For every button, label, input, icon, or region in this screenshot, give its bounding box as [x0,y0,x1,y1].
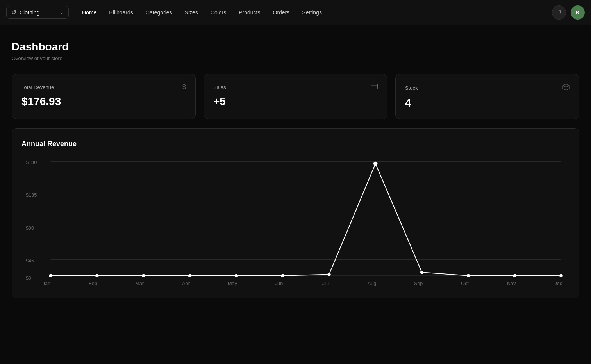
nav-links: Home Billboards Categories Sizes Colors … [77,6,552,19]
stat-label-revenue: Total Revenue [21,84,54,90]
nav-orders[interactable]: Orders [268,6,295,19]
main-content: Dashboard Overview of your store Total R… [0,25,591,314]
avatar-label: K [576,9,580,16]
page-title: Dashboard [12,41,579,53]
svg-text:$0: $0 [26,275,31,281]
user-avatar[interactable]: K [571,5,585,20]
nav-products[interactable]: Products [233,6,266,19]
stat-card-header-sales: Sales [213,84,378,91]
svg-text:Nov: Nov [507,280,516,286]
svg-point-17 [235,274,238,278]
svg-point-13 [49,274,52,278]
nav-categories[interactable]: Categories [140,6,178,19]
box-icon [562,84,570,92]
svg-text:Sep: Sep [414,280,423,286]
dollar-icon: $ [182,84,186,91]
page-subtitle: Overview of your store [12,55,579,61]
chart-area: $180 $135 $90 $45 $0 [21,157,570,290]
svg-text:Apr: Apr [182,280,190,286]
stat-card-sales: Sales +5 [204,74,387,119]
stat-card-revenue: Total Revenue $ $176.93 [12,74,196,119]
navbar: ↺ Clothing ⌄ Home Billboards Categories … [0,0,591,25]
nav-sizes[interactable]: Sizes [179,6,204,19]
svg-text:Aug: Aug [368,280,377,286]
svg-point-14 [95,274,99,278]
svg-point-22 [467,274,470,278]
nav-right: ☽ K [552,5,585,20]
svg-text:$45: $45 [26,258,34,264]
svg-point-24 [559,274,563,278]
store-name: Clothing [20,9,39,16]
moon-icon: ☽ [556,9,562,16]
svg-point-18 [281,274,284,278]
svg-text:Mar: Mar [135,280,144,286]
svg-point-15 [142,274,145,278]
svg-text:$90: $90 [26,225,34,231]
stat-card-stock: Stock 4 [395,74,579,119]
sales-icon [371,84,378,91]
svg-point-23 [513,274,516,278]
nav-settings[interactable]: Settings [296,6,327,19]
svg-text:Jul: Jul [322,280,329,286]
stat-value-revenue: $176.93 [21,95,186,108]
svg-text:Feb: Feb [89,280,97,286]
store-selector[interactable]: ↺ Clothing ⌄ [6,6,69,19]
svg-text:Jun: Jun [275,280,283,286]
theme-toggle-button[interactable]: ☽ [552,5,566,20]
svg-text:$135: $135 [26,192,37,198]
svg-point-16 [188,274,192,278]
stat-cards: Total Revenue $ $176.93 Sales +5 Stock [12,74,579,119]
svg-point-19 [327,273,331,276]
stat-value-sales: +5 [213,95,378,108]
stat-card-header-stock: Stock [405,84,570,92]
chart-title: Annual Revenue [21,140,570,148]
svg-text:May: May [228,280,237,286]
chevron-down-icon: ⌄ [60,10,64,15]
svg-point-21 [420,271,424,274]
svg-text:$180: $180 [26,159,37,165]
svg-point-20 [373,162,378,166]
stat-label-stock: Stock [405,85,418,91]
stat-card-header: Total Revenue $ [21,84,186,91]
store-icon: ↺ [11,9,16,16]
stat-value-stock: 4 [405,97,570,109]
stat-label-sales: Sales [213,84,226,90]
revenue-chart: $180 $135 $90 $45 $0 [21,157,570,290]
svg-text:Oct: Oct [461,280,469,286]
svg-rect-0 [371,84,378,89]
nav-billboards[interactable]: Billboards [104,6,138,19]
chart-card: Annual Revenue $180 $135 $90 $45 $0 [12,128,579,298]
nav-home[interactable]: Home [77,6,102,19]
nav-colors[interactable]: Colors [205,6,232,19]
svg-text:Jan: Jan [43,280,51,286]
svg-text:Dec: Dec [554,280,562,286]
